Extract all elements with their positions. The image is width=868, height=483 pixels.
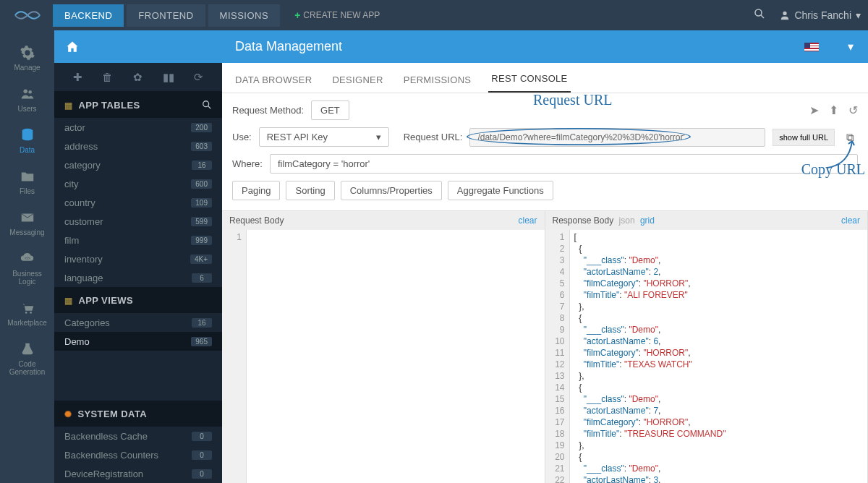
sidebar-marketplace[interactable]: Marketplace [0,293,54,334]
tab-rest-console[interactable]: REST CONSOLE [488,66,570,93]
list-item-inventory[interactable]: inventory4K+ [54,249,222,268]
tab-designer[interactable]: DESIGNER [329,67,386,93]
database-icon [20,127,35,143]
create-app-label: CREATE NEW APP [303,10,380,20]
reset-icon[interactable]: ↺ [848,103,858,117]
copy-url-icon[interactable]: ⧉ [842,129,858,145]
svg-line-11 [208,106,211,109]
main-content: Data Management ▾ DATA BROWSER DESIGNER … [222,30,868,483]
list-item-demo[interactable]: Demo965 [54,332,222,351]
sidebar-business-logic[interactable]: </> Business Logic [0,244,54,293]
svg-text:</>: </> [25,256,30,260]
aggregate-button[interactable]: Aggregate Functions [448,181,553,200]
where-input[interactable] [270,154,858,174]
sidebar-files[interactable]: Files [0,161,54,202]
list-item-city[interactable]: city600 [54,174,222,193]
columns-button[interactable]: Columns/Properties [341,181,442,200]
upload-icon[interactable]: ⬆ [829,103,838,117]
trash-icon[interactable]: 🗑 [102,71,113,83]
tab-backend[interactable]: BACKEND [53,4,124,27]
list-item-categories[interactable]: Categories16 [54,313,222,332]
folder-icon [20,168,35,184]
sub-tabs: DATA BROWSER DESIGNER PERMISSIONS REST C… [222,63,868,93]
api-key-select[interactable]: REST API Key ▾ [259,127,389,147]
section-app-tables[interactable]: ▦APP TABLES [54,92,222,118]
sidebar-manage[interactable]: Manage [0,38,54,79]
chevron-down-icon: ▾ [376,132,381,142]
sidebar-messaging[interactable]: Messaging [0,202,54,244]
add-icon[interactable]: ✚ [73,71,82,84]
paging-button[interactable]: Paging [232,181,280,200]
list-item-film[interactable]: film999 [54,231,222,249]
list-item-backendless-counters[interactable]: Backendless Counters0 [54,445,222,464]
flask-icon [20,341,35,357]
list-item-deviceregistration[interactable]: DeviceRegistration0 [54,464,222,483]
views-icon: ▦ [64,296,72,306]
user-icon [780,10,790,20]
request-body-pane: Request Body clear 1 [222,211,545,483]
sidebar-users[interactable]: Users [0,79,54,120]
envelope-icon [20,210,35,226]
home-button[interactable] [54,40,90,54]
use-label: Use: [232,132,252,142]
send-icon[interactable]: ➤ [809,103,819,117]
search-icon[interactable] [202,100,212,110]
list-item-backendless-cache[interactable]: Backendless Cache0 [54,427,222,445]
tab-missions[interactable]: MISSIONS [208,4,281,27]
request-gutter: 1 [222,230,247,483]
response-gutter: 1234567891011121314151617181920212223242… [545,230,570,483]
response-body-title: Response Body [553,215,614,226]
tab-data-browser[interactable]: DATA BROWSER [232,67,315,93]
request-method-button[interactable]: GET [311,101,349,120]
logo[interactable] [7,8,47,22]
list-item-customer[interactable]: customer599 [54,212,222,231]
annotation-circle [467,128,691,145]
svg-point-3 [23,90,27,93]
section-app-views[interactable]: ▦APP VIEWS [54,287,222,313]
list-item-language[interactable]: language6 [54,268,222,287]
system-icon: ✺ [64,409,72,419]
response-body-pane: Response Body json grid clear 1234567891… [545,211,869,483]
tab-permissions[interactable]: PERMISSIONS [401,67,475,93]
mode-grid[interactable]: grid [640,215,655,226]
tab-frontend[interactable]: FRONTEND [127,4,205,27]
list-item-address[interactable]: address603 [54,137,222,155]
sidebar-data[interactable]: Data [0,120,54,161]
columns-icon[interactable]: ▮▮ [163,71,174,84]
show-full-url-button[interactable]: show full URL [773,129,835,146]
plus-icon: + [294,9,300,21]
request-clear-button[interactable]: clear [518,215,537,226]
panel-sidebar: ✚ 🗑 ✿ ▮▮ ⟳ ▦APP TABLES actor200address60… [54,30,222,483]
list-item-category[interactable]: category16 [54,155,222,174]
section-system-data[interactable]: ✺SYSTEM DATA [54,401,222,427]
search-icon[interactable] [754,8,765,22]
svg-point-4 [28,90,32,94]
user-menu[interactable]: Chris Fanchi ▾ [780,9,861,21]
mode-json[interactable]: json [619,215,635,226]
sorting-button[interactable]: Sorting [286,181,334,200]
chevron-down-icon: ▾ [848,40,854,54]
list-item-country[interactable]: country109 [54,193,222,212]
request-body-editor[interactable] [247,230,545,483]
response-body-viewer[interactable]: [ { "___class": "Demo", "actorLastName":… [570,230,868,483]
cloud-code-icon: </> [20,251,35,267]
settings-icon[interactable]: ✿ [133,71,142,84]
svg-point-9 [30,312,32,314]
table-toolbar: ✚ 🗑 ✿ ▮▮ ⟳ [54,63,222,92]
create-new-app-button[interactable]: + CREATE NEW APP [294,9,380,21]
top-nav-tabs: BACKEND FRONTEND MISSIONS [53,4,280,27]
users-icon [20,86,35,102]
svg-point-0 [755,9,762,16]
sidebar-code-generation[interactable]: Code Generation [0,334,54,383]
tables-icon: ▦ [64,101,72,111]
svg-point-8 [25,312,27,314]
request-method-label: Request Method: [232,105,304,116]
list-item-actor[interactable]: actor200 [54,118,222,137]
where-label: Where: [232,158,263,169]
response-clear-button[interactable]: clear [841,215,860,226]
refresh-icon[interactable]: ⟳ [194,71,203,84]
locale-selector[interactable]: ▾ [781,30,868,63]
page-title: Data Management [222,30,781,63]
request-url-label: Request URL: [404,132,463,142]
request-url-field[interactable]: /data/Demo?where=filmCategory%20%3D%20'h… [469,128,765,147]
